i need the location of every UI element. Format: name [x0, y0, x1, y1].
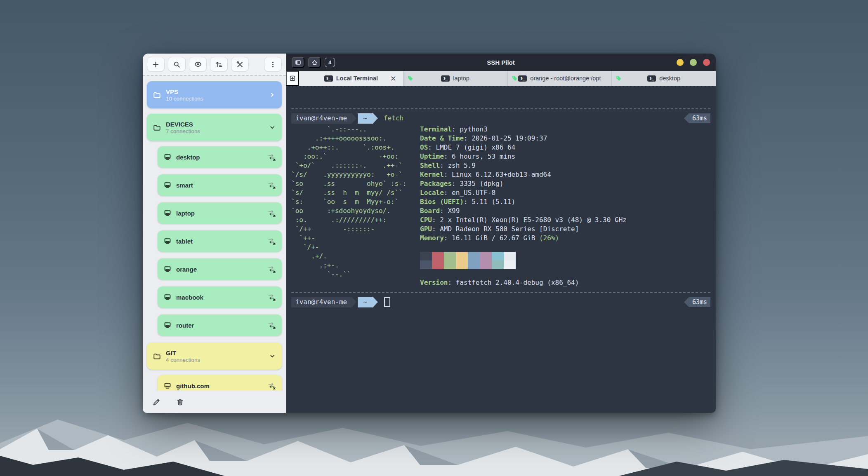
- sidebar-item-desktop[interactable]: desktop: [158, 146, 282, 168]
- sidebar-item-orange[interactable]: orange: [158, 258, 282, 280]
- palette-swatch: [444, 260, 456, 269]
- terminal-color-palette: [420, 260, 710, 269]
- tab-bar: $_ Local Terminal × $_ laptop $_ orange …: [286, 71, 716, 87]
- tools-button[interactable]: [231, 57, 249, 72]
- menu-button[interactable]: [264, 57, 282, 72]
- tab-laptop[interactable]: $_ laptop: [403, 71, 507, 86]
- terminal-icon: $_: [518, 75, 527, 82]
- fastfetch-output: `.-::---.. .:++++ooooosssoo:. .+o++::. `…: [291, 125, 710, 287]
- sort-order-button[interactable]: [210, 57, 228, 72]
- item-label: desktop: [176, 154, 200, 161]
- search-button[interactable]: [168, 57, 186, 72]
- prompt-command: fetch: [384, 114, 403, 123]
- ssh-pilot-window: VPS 10 connections DEVICES 7 connections…: [143, 54, 716, 413]
- terminal-icon: $_: [441, 75, 450, 82]
- titlebar: 4 SSH Pilot: [286, 54, 716, 71]
- palette-swatch: [504, 260, 516, 269]
- item-label: orange: [176, 266, 197, 273]
- prompt-row: ivan@r4ven-me ~ 63ms: [291, 296, 710, 308]
- powerline-arrow: [373, 113, 378, 124]
- disconnected-icon: [267, 238, 276, 245]
- powerline-arrow: [351, 113, 356, 124]
- fetch-info-line: Shell: zsh 5.9: [420, 161, 710, 170]
- monitor-icon: [164, 382, 171, 389]
- powerline-arrow: [351, 296, 356, 308]
- group-label: VPS: [166, 88, 203, 95]
- item-label: smart: [176, 182, 193, 189]
- tab-label: laptop: [453, 75, 469, 82]
- terminal-view[interactable]: ivan@r4ven-me ~ fetch 63ms `.-::---.. .:…: [286, 87, 716, 413]
- powerline-arrow: [373, 296, 378, 308]
- disconnected-icon: [267, 322, 276, 329]
- home-button[interactable]: [308, 57, 321, 68]
- terminal-blank: [291, 89, 710, 105]
- sidebar-item-macbook[interactable]: macbook: [158, 286, 282, 308]
- tab-desktop[interactable]: $_ desktop: [611, 71, 716, 86]
- item-label: tablet: [176, 238, 193, 245]
- close-tab-icon[interactable]: ×: [388, 74, 399, 82]
- add-connection-button[interactable]: [147, 57, 165, 72]
- window-controls: [677, 59, 710, 66]
- group-sublabel: 7 connections: [166, 128, 200, 134]
- palette-swatch: [492, 260, 504, 269]
- sidebar-item-github-com[interactable]: github.com: [158, 375, 282, 391]
- group-label: DEVICES: [166, 121, 200, 128]
- prompt-separator: [291, 292, 710, 293]
- palette-swatch: [492, 252, 504, 260]
- disconnected-icon: [267, 154, 276, 161]
- delete-button[interactable]: [174, 398, 186, 406]
- tab-orange[interactable]: $_ orange - root@orange:/opt: [507, 71, 612, 86]
- tag-icon: [616, 75, 622, 82]
- group-sublabel: 4 connections: [166, 357, 200, 363]
- fetch-info-line: Kernel: Linux 6.12.63+deb13-amd64: [420, 170, 710, 179]
- sidebar-action-bar: [143, 391, 286, 413]
- connections-list[interactable]: VPS 10 connections DEVICES 7 connections…: [143, 75, 286, 391]
- folder-icon: [153, 352, 161, 360]
- ascii-logo: `.-::---.. .:++++ooooosssoo:. .+o++::. `…: [291, 125, 420, 287]
- sidebar-item-laptop[interactable]: laptop: [158, 202, 282, 224]
- disconnected-icon: [267, 294, 276, 301]
- minimize-button[interactable]: [677, 59, 684, 66]
- disconnected-icon: [267, 182, 276, 189]
- monitor-icon: [164, 237, 171, 245]
- palette-swatch: [444, 252, 456, 260]
- palette-swatch: [456, 260, 468, 269]
- palette-swatch: [480, 252, 492, 260]
- tab-overview-button[interactable]: 4: [325, 58, 335, 67]
- fetch-info-line: Bios (UEFI): 5.11 (5.11): [420, 197, 710, 206]
- fetch-version-line: Version: fastfetch 2.40.4-debug (x86_64): [420, 278, 710, 287]
- prompt-user-host: ivan@r4ven-me: [291, 297, 351, 307]
- sidebar-group-devices[interactable]: DEVICES 7 connections: [147, 114, 282, 141]
- monitor-icon: [164, 153, 171, 161]
- sidebar-item-tablet[interactable]: tablet: [158, 230, 282, 252]
- timing-badge: 63ms: [684, 113, 710, 123]
- sidebar-item-smart[interactable]: smart: [158, 174, 282, 196]
- sidebar-item-router[interactable]: router: [158, 314, 282, 336]
- maximize-button[interactable]: [690, 59, 697, 66]
- sidebar-group-vps[interactable]: VPS 10 connections: [147, 81, 282, 108]
- sidebar-group-git[interactable]: GIT 4 connections: [147, 342, 282, 370]
- terminal-icon: $_: [324, 75, 333, 82]
- new-tab-button[interactable]: [286, 71, 299, 86]
- edit-button[interactable]: [150, 398, 163, 406]
- palette-swatch: [432, 252, 444, 260]
- view-button[interactable]: [189, 57, 207, 72]
- close-button[interactable]: [703, 59, 710, 66]
- palette-swatch: [420, 260, 432, 269]
- palette-swatch: [432, 260, 444, 269]
- palette-swatch: [420, 252, 432, 260]
- terminal-panel: 4 SSH Pilot $_ Local Terminal × $_ lapto…: [286, 54, 716, 413]
- monitor-icon: [164, 209, 171, 217]
- fetch-info-line: OS: LMDE 7 (gigi) x86_64: [420, 143, 710, 152]
- sidebar-toggle-button[interactable]: [292, 57, 304, 68]
- window-title: SSH Pilot: [487, 59, 515, 66]
- item-label: laptop: [176, 210, 195, 217]
- fetch-info-column: Terminal: python3 Date & Time: 2026-01-2…: [420, 125, 710, 287]
- monitor-icon: [164, 321, 171, 329]
- folder-icon: [153, 91, 161, 99]
- prompt-separator: [291, 108, 710, 109]
- timing-badge: 63ms: [684, 297, 710, 307]
- prompt-cwd: ~: [358, 113, 373, 124]
- tab-local-terminal[interactable]: $_ Local Terminal ×: [299, 71, 403, 86]
- palette-swatch: [456, 252, 468, 260]
